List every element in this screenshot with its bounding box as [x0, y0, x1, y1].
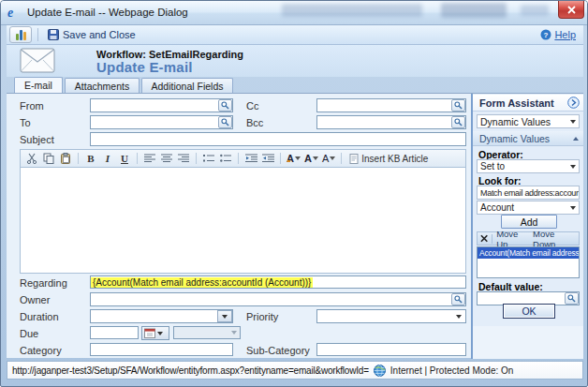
subject-field[interactable]	[90, 132, 466, 146]
cc-input[interactable]	[317, 99, 451, 112]
default-value-lookup-button[interactable]	[565, 292, 579, 305]
dropdown-arrow-icon	[157, 332, 163, 335]
subject-input[interactable]	[91, 133, 465, 145]
duration-input[interactable]	[91, 310, 217, 322]
logo-bar	[23, 32, 26, 40]
font-size-button[interactable]: A	[303, 151, 319, 166]
form-body: From Cc To	[7, 93, 583, 358]
operator-select[interactable]: Set to	[477, 159, 580, 173]
regarding-field[interactable]: {Account(Match email address:accountId (…	[90, 275, 466, 289]
align-left-button[interactable]	[142, 151, 157, 166]
dynamic-values-listbox[interactable]: Account(Match email address:accou	[477, 246, 580, 278]
align-right-button[interactable]	[176, 151, 191, 166]
to-label: To	[20, 117, 31, 128]
to-field[interactable]	[90, 115, 233, 129]
form-assistant-panel: Form Assistant Dynamic Values Dynamic Va…	[471, 94, 583, 359]
indent-button[interactable]	[260, 151, 275, 166]
tab-label: Attachments	[75, 81, 129, 92]
list-toolbar: Move Up Move Down	[477, 231, 580, 246]
owner-input[interactable]	[91, 293, 451, 305]
delete-item-button[interactable]	[480, 234, 488, 243]
bcc-input[interactable]	[317, 116, 451, 128]
due-date-input[interactable]	[91, 327, 138, 338]
italic-button[interactable]: I	[100, 151, 115, 166]
copy-icon	[43, 153, 54, 164]
tab-attachments[interactable]: Attachments	[65, 78, 140, 93]
add-button[interactable]: Add	[501, 215, 557, 229]
form-assistant-header: Form Assistant	[473, 95, 583, 112]
from-input[interactable]	[91, 99, 218, 112]
cc-label: Cc	[246, 100, 258, 112]
tab-email[interactable]: E-mail	[14, 77, 63, 93]
titlebar-glass-artifact	[282, 4, 422, 17]
bcc-lookup-button[interactable]	[451, 116, 465, 128]
insert-kb-article-button[interactable]: Insert KB Article	[346, 154, 431, 164]
tab-label: E-mail	[24, 80, 52, 91]
from-lookup-button[interactable]	[218, 99, 232, 112]
dynamic-values-section-header[interactable]: Dynamic Values	[473, 131, 583, 146]
subcategory-input[interactable]	[317, 344, 465, 355]
cc-field[interactable]	[316, 98, 466, 112]
cc-lookup-button[interactable]	[451, 99, 465, 112]
help-icon: ?	[540, 29, 551, 40]
bcc-field[interactable]	[316, 115, 466, 129]
form-assistant-title: Form Assistant	[479, 97, 567, 109]
font-name-button[interactable]: A	[321, 151, 336, 166]
category-field[interactable]	[90, 343, 233, 356]
separator	[492, 234, 492, 244]
subcategory-field[interactable]	[316, 343, 466, 356]
separator	[137, 153, 138, 164]
category-input[interactable]	[91, 344, 232, 355]
font-size-glyph: A	[304, 154, 312, 163]
title-bar[interactable]: e Update E-mail -- Webpage Dialog	[1, 1, 588, 25]
cut-button[interactable]	[24, 151, 39, 166]
due-date-field[interactable]	[90, 326, 139, 339]
numbered-list-button[interactable]	[201, 151, 216, 166]
due-date-picker-button[interactable]	[141, 326, 169, 340]
save-and-close-label: Save and Close	[63, 29, 136, 40]
priority-input[interactable]	[317, 310, 456, 322]
titlebar-glass-artifact	[441, 3, 507, 18]
dropdown-arrow-icon	[456, 315, 462, 319]
panel-expand-button[interactable]	[567, 97, 580, 109]
to-input[interactable]	[91, 116, 218, 128]
to-lookup-button[interactable]	[218, 116, 232, 128]
from-field[interactable]	[90, 98, 233, 112]
outdent-icon	[245, 154, 257, 163]
assistant-tool-selector[interactable]: Dynamic Values	[477, 114, 580, 128]
from-label: From	[20, 100, 44, 112]
duration-combobox[interactable]	[90, 309, 233, 323]
look-for-select[interactable]: Match email address:accountId	[477, 186, 580, 200]
priority-select[interactable]	[316, 309, 466, 323]
font-color-button[interactable]: A	[286, 151, 301, 166]
bullet-list-button[interactable]	[218, 151, 233, 166]
paste-button[interactable]	[58, 151, 73, 166]
dropdown-arrow-icon	[570, 165, 576, 169]
underline-button[interactable]: U	[117, 151, 132, 166]
copy-button[interactable]	[41, 151, 56, 166]
bold-button[interactable]: B	[83, 151, 98, 166]
align-left-icon	[144, 154, 155, 163]
bcc-label: Bcc	[246, 117, 263, 128]
priority-label: Priority	[246, 311, 278, 322]
duration-dropdown-button[interactable]	[217, 310, 232, 322]
ok-button[interactable]: OK	[503, 304, 555, 319]
owner-lookup-button[interactable]	[451, 293, 465, 305]
operator-value: Set to	[480, 161, 505, 171]
tab-additional-fields[interactable]: Additional Fields	[141, 78, 233, 93]
email-envelope-icon	[20, 48, 55, 73]
save-and-close-button[interactable]: Save and Close	[44, 27, 140, 42]
dropdown-arrow-icon	[570, 206, 576, 210]
help-label: Help	[554, 29, 576, 40]
close-button[interactable]	[558, 1, 584, 19]
owner-field[interactable]	[90, 292, 466, 306]
dropdown-arrow-icon	[330, 156, 335, 160]
email-body-editor[interactable]	[20, 168, 466, 274]
duration-label: Duration	[20, 311, 59, 322]
entity-select[interactable]: Account	[477, 201, 580, 215]
close-icon	[567, 6, 576, 14]
list-item[interactable]: Account(Match email address:accou	[478, 247, 579, 259]
align-center-button[interactable]	[159, 151, 174, 166]
outdent-button[interactable]	[243, 151, 258, 166]
help-button[interactable]: ? Help	[540, 29, 576, 40]
